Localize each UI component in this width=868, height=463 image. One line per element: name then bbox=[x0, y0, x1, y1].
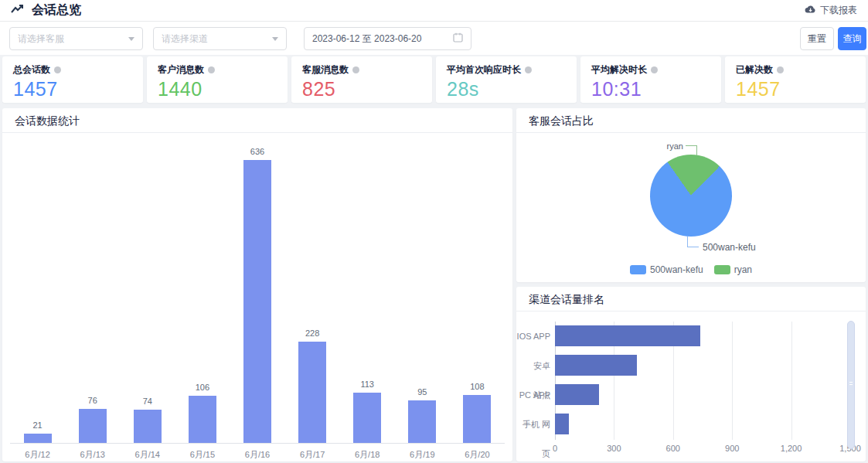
agent-share-card: 客服会话占比 ryan 500wan-kefu 500wan-kefu ryan bbox=[516, 108, 866, 282]
bar-column: 228 bbox=[285, 329, 340, 443]
x-axis-label: 6月/14 bbox=[120, 444, 175, 461]
bar-value-label: 106 bbox=[196, 383, 209, 392]
hbar[interactable] bbox=[555, 325, 700, 346]
x-tick-label: 0 bbox=[553, 444, 557, 453]
ranking-chart-title: 渠道会话量排名 bbox=[516, 287, 866, 312]
reset-button[interactable]: 重置 bbox=[800, 27, 834, 50]
stat-value: 1457 bbox=[736, 77, 855, 100]
pie-legend: 500wan-kefu ryan bbox=[516, 264, 866, 275]
trend-line-icon bbox=[11, 4, 24, 18]
bar-column: 108 bbox=[450, 382, 505, 443]
data-zoom-slider[interactable] bbox=[847, 321, 855, 449]
stat-label: 平均解决时长 bbox=[591, 63, 647, 77]
bar[interactable] bbox=[24, 434, 52, 443]
x-axis-label: 6月/17 bbox=[285, 444, 340, 461]
legend-item-ryan[interactable]: ryan bbox=[714, 264, 752, 275]
stat-value: 1440 bbox=[158, 77, 277, 100]
info-icon[interactable] bbox=[208, 66, 215, 73]
bar-value-label: 228 bbox=[305, 329, 319, 338]
bar-column: 74 bbox=[120, 397, 175, 443]
bar[interactable] bbox=[408, 400, 436, 443]
stat-card-avg-resolution-time: 平均解决时长 10:31 bbox=[580, 56, 721, 103]
bar-column: 113 bbox=[340, 380, 395, 443]
bar-column: 106 bbox=[175, 383, 230, 443]
stat-value: 10:31 bbox=[591, 77, 710, 100]
info-icon[interactable] bbox=[777, 66, 784, 73]
download-report-button[interactable]: 下载报表 bbox=[805, 4, 857, 17]
bar[interactable] bbox=[79, 409, 107, 443]
pie-leader-line-ryan bbox=[696, 145, 697, 155]
session-chart-x-axis: 6月/126月/136月/146月/156月/166月/176月/186月/19… bbox=[10, 443, 505, 461]
stat-value: 825 bbox=[302, 77, 421, 100]
bar-column: 636 bbox=[230, 147, 284, 443]
pie-label-500wan: 500wan-kefu bbox=[703, 242, 756, 253]
pie-leader-line-500wan bbox=[687, 237, 688, 247]
x-tick-label: 900 bbox=[725, 444, 739, 453]
info-icon[interactable] bbox=[54, 66, 61, 73]
agent-select[interactable]: 请选择客服 bbox=[9, 27, 143, 50]
query-button[interactable]: 查询 bbox=[838, 27, 866, 50]
stat-label: 已解决数 bbox=[736, 63, 773, 77]
legend-label: ryan bbox=[734, 264, 752, 275]
hbar-row bbox=[555, 351, 850, 380]
y-category-label: 手机 网页 bbox=[516, 410, 550, 439]
hbar[interactable] bbox=[555, 414, 569, 434]
bar-value-label: 113 bbox=[360, 380, 374, 389]
session-chart-title: 会话数据统计 bbox=[2, 108, 512, 133]
stat-card-resolved-count: 已解决数 1457 bbox=[725, 56, 866, 103]
bar[interactable] bbox=[189, 396, 216, 443]
pie-leader-line-ryan bbox=[686, 145, 696, 146]
stat-label: 客户消息数 bbox=[158, 63, 204, 77]
bar-column: 76 bbox=[65, 396, 120, 443]
stats-row: 总会话数 1457 客户消息数 1440 客服消息数 825 平均首次响应时长 … bbox=[2, 56, 866, 103]
stat-label: 客服消息数 bbox=[302, 63, 349, 77]
legend-swatch-blue bbox=[630, 265, 646, 274]
stat-card-agent-messages: 客服消息数 825 bbox=[291, 56, 432, 103]
agent-share-pie[interactable] bbox=[650, 155, 732, 237]
pie-label-ryan: ryan bbox=[667, 141, 683, 151]
hbar-row bbox=[555, 410, 850, 439]
bar-value-label: 21 bbox=[32, 420, 42, 430]
x-tick-label: 300 bbox=[607, 444, 621, 453]
bar-value-label: 74 bbox=[143, 397, 152, 406]
legend-item-500wan[interactable]: 500wan-kefu bbox=[630, 264, 703, 275]
bar-value-label: 636 bbox=[250, 147, 264, 156]
bar-value-label: 108 bbox=[470, 382, 484, 391]
legend-swatch-green bbox=[714, 265, 730, 274]
info-icon[interactable] bbox=[651, 66, 658, 73]
y-category-label: IOS APP bbox=[516, 322, 550, 351]
channel-select-placeholder: 请选择渠道 bbox=[162, 32, 208, 46]
date-range-value: 2023-06-12 至 2023-06-20 bbox=[312, 32, 421, 46]
bar[interactable] bbox=[353, 393, 381, 443]
hbar-row bbox=[555, 322, 850, 351]
channel-select[interactable]: 请选择渠道 bbox=[153, 27, 287, 50]
page-header: 会话总览 下载报表 bbox=[0, 0, 868, 22]
bar[interactable] bbox=[298, 342, 326, 443]
download-report-label: 下载报表 bbox=[820, 4, 857, 17]
info-icon[interactable] bbox=[525, 66, 532, 73]
chevron-down-icon bbox=[128, 37, 134, 41]
date-range-picker[interactable]: 2023-06-12 至 2023-06-20 bbox=[304, 27, 471, 50]
bar-column: 95 bbox=[395, 387, 450, 443]
hbar-row bbox=[555, 380, 850, 410]
legend-label: 500wan-kefu bbox=[650, 264, 703, 275]
x-tick-label: 600 bbox=[666, 444, 680, 453]
session-stats-card: 会话数据统计 21767410663622811395108 6月/126月/1… bbox=[2, 108, 512, 461]
stat-card-total-sessions: 总会话数 1457 bbox=[2, 56, 143, 103]
hbar[interactable] bbox=[555, 355, 637, 376]
calendar-icon bbox=[453, 32, 463, 45]
agent-select-placeholder: 请选择客服 bbox=[18, 32, 64, 46]
bar[interactable] bbox=[134, 410, 162, 443]
x-axis-label: 6月/15 bbox=[175, 444, 230, 461]
info-icon[interactable] bbox=[352, 66, 359, 73]
bar[interactable] bbox=[463, 395, 491, 443]
bar-value-label: 76 bbox=[88, 396, 97, 405]
y-category-label: 安卓 APP bbox=[516, 351, 550, 380]
bar[interactable] bbox=[243, 160, 271, 443]
y-category-label: PC 站点 bbox=[516, 380, 550, 410]
pie-leader-line-500wan bbox=[687, 247, 699, 247]
bar-value-label: 95 bbox=[417, 387, 427, 397]
hbar[interactable] bbox=[555, 384, 599, 405]
channel-ranking-chart bbox=[555, 322, 850, 440]
x-axis-label: 6月/12 bbox=[10, 444, 65, 461]
